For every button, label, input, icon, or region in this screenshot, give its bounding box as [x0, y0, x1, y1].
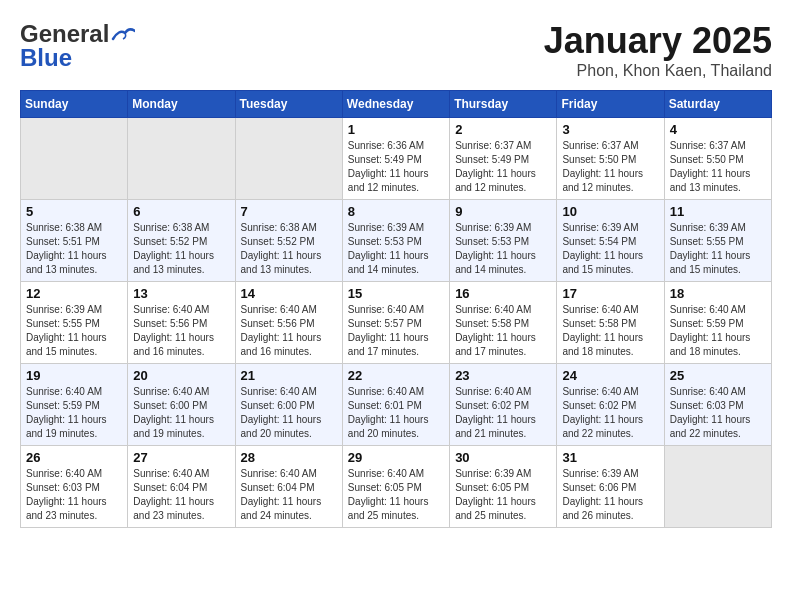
- weekday-header-wednesday: Wednesday: [342, 91, 449, 118]
- calendar-cell: 11Sunrise: 6:39 AM Sunset: 5:55 PM Dayli…: [664, 200, 771, 282]
- calendar-cell: 5Sunrise: 6:38 AM Sunset: 5:51 PM Daylig…: [21, 200, 128, 282]
- title-block: January 2025 Phon, Khon Kaen, Thailand: [544, 20, 772, 80]
- calendar-cell: 19Sunrise: 6:40 AM Sunset: 5:59 PM Dayli…: [21, 364, 128, 446]
- calendar-cell: 7Sunrise: 6:38 AM Sunset: 5:52 PM Daylig…: [235, 200, 342, 282]
- day-info: Sunrise: 6:39 AM Sunset: 5:55 PM Dayligh…: [26, 303, 122, 359]
- calendar-cell: 9Sunrise: 6:39 AM Sunset: 5:53 PM Daylig…: [450, 200, 557, 282]
- calendar-cell: 6Sunrise: 6:38 AM Sunset: 5:52 PM Daylig…: [128, 200, 235, 282]
- calendar-cell: 18Sunrise: 6:40 AM Sunset: 5:59 PM Dayli…: [664, 282, 771, 364]
- calendar-cell: 21Sunrise: 6:40 AM Sunset: 6:00 PM Dayli…: [235, 364, 342, 446]
- day-number: 9: [455, 204, 551, 219]
- day-number: 1: [348, 122, 444, 137]
- day-number: 19: [26, 368, 122, 383]
- day-number: 14: [241, 286, 337, 301]
- calendar-cell: 22Sunrise: 6:40 AM Sunset: 6:01 PM Dayli…: [342, 364, 449, 446]
- day-number: 11: [670, 204, 766, 219]
- day-number: 18: [670, 286, 766, 301]
- week-row-1: 5Sunrise: 6:38 AM Sunset: 5:51 PM Daylig…: [21, 200, 772, 282]
- calendar-cell: 12Sunrise: 6:39 AM Sunset: 5:55 PM Dayli…: [21, 282, 128, 364]
- calendar-cell: 13Sunrise: 6:40 AM Sunset: 5:56 PM Dayli…: [128, 282, 235, 364]
- day-info: Sunrise: 6:40 AM Sunset: 5:56 PM Dayligh…: [241, 303, 337, 359]
- week-row-4: 26Sunrise: 6:40 AM Sunset: 6:03 PM Dayli…: [21, 446, 772, 528]
- day-number: 4: [670, 122, 766, 137]
- day-info: Sunrise: 6:40 AM Sunset: 6:03 PM Dayligh…: [670, 385, 766, 441]
- day-number: 15: [348, 286, 444, 301]
- weekday-header-friday: Friday: [557, 91, 664, 118]
- day-info: Sunrise: 6:40 AM Sunset: 5:58 PM Dayligh…: [562, 303, 658, 359]
- day-info: Sunrise: 6:37 AM Sunset: 5:49 PM Dayligh…: [455, 139, 551, 195]
- weekday-header-saturday: Saturday: [664, 91, 771, 118]
- day-number: 12: [26, 286, 122, 301]
- day-info: Sunrise: 6:39 AM Sunset: 6:05 PM Dayligh…: [455, 467, 551, 523]
- weekday-header-thursday: Thursday: [450, 91, 557, 118]
- week-row-0: 1Sunrise: 6:36 AM Sunset: 5:49 PM Daylig…: [21, 118, 772, 200]
- day-info: Sunrise: 6:39 AM Sunset: 5:55 PM Dayligh…: [670, 221, 766, 277]
- day-number: 10: [562, 204, 658, 219]
- calendar-cell: 14Sunrise: 6:40 AM Sunset: 5:56 PM Dayli…: [235, 282, 342, 364]
- day-info: Sunrise: 6:40 AM Sunset: 6:03 PM Dayligh…: [26, 467, 122, 523]
- calendar-cell: [235, 118, 342, 200]
- day-info: Sunrise: 6:40 AM Sunset: 6:00 PM Dayligh…: [133, 385, 229, 441]
- day-info: Sunrise: 6:40 AM Sunset: 6:01 PM Dayligh…: [348, 385, 444, 441]
- day-number: 25: [670, 368, 766, 383]
- calendar-cell: 28Sunrise: 6:40 AM Sunset: 6:04 PM Dayli…: [235, 446, 342, 528]
- day-info: Sunrise: 6:39 AM Sunset: 5:53 PM Dayligh…: [348, 221, 444, 277]
- day-info: Sunrise: 6:40 AM Sunset: 6:05 PM Dayligh…: [348, 467, 444, 523]
- calendar-cell: 29Sunrise: 6:40 AM Sunset: 6:05 PM Dayli…: [342, 446, 449, 528]
- calendar-cell: 10Sunrise: 6:39 AM Sunset: 5:54 PM Dayli…: [557, 200, 664, 282]
- day-info: Sunrise: 6:40 AM Sunset: 6:04 PM Dayligh…: [241, 467, 337, 523]
- calendar-cell: 26Sunrise: 6:40 AM Sunset: 6:03 PM Dayli…: [21, 446, 128, 528]
- day-number: 17: [562, 286, 658, 301]
- day-info: Sunrise: 6:40 AM Sunset: 6:02 PM Dayligh…: [562, 385, 658, 441]
- day-info: Sunrise: 6:39 AM Sunset: 5:53 PM Dayligh…: [455, 221, 551, 277]
- day-number: 16: [455, 286, 551, 301]
- day-info: Sunrise: 6:40 AM Sunset: 6:04 PM Dayligh…: [133, 467, 229, 523]
- day-info: Sunrise: 6:39 AM Sunset: 5:54 PM Dayligh…: [562, 221, 658, 277]
- week-row-2: 12Sunrise: 6:39 AM Sunset: 5:55 PM Dayli…: [21, 282, 772, 364]
- day-info: Sunrise: 6:37 AM Sunset: 5:50 PM Dayligh…: [670, 139, 766, 195]
- week-row-3: 19Sunrise: 6:40 AM Sunset: 5:59 PM Dayli…: [21, 364, 772, 446]
- day-info: Sunrise: 6:40 AM Sunset: 5:59 PM Dayligh…: [26, 385, 122, 441]
- calendar-cell: 3Sunrise: 6:37 AM Sunset: 5:50 PM Daylig…: [557, 118, 664, 200]
- calendar-cell: 31Sunrise: 6:39 AM Sunset: 6:06 PM Dayli…: [557, 446, 664, 528]
- day-number: 7: [241, 204, 337, 219]
- day-info: Sunrise: 6:40 AM Sunset: 6:00 PM Dayligh…: [241, 385, 337, 441]
- calendar-cell: 27Sunrise: 6:40 AM Sunset: 6:04 PM Dayli…: [128, 446, 235, 528]
- logo-blue: Blue: [20, 44, 72, 72]
- day-number: 26: [26, 450, 122, 465]
- calendar-cell: 20Sunrise: 6:40 AM Sunset: 6:00 PM Dayli…: [128, 364, 235, 446]
- calendar-cell: [21, 118, 128, 200]
- day-info: Sunrise: 6:40 AM Sunset: 5:57 PM Dayligh…: [348, 303, 444, 359]
- calendar-cell: 30Sunrise: 6:39 AM Sunset: 6:05 PM Dayli…: [450, 446, 557, 528]
- calendar-subtitle: Phon, Khon Kaen, Thailand: [544, 62, 772, 80]
- calendar-cell: 24Sunrise: 6:40 AM Sunset: 6:02 PM Dayli…: [557, 364, 664, 446]
- day-info: Sunrise: 6:37 AM Sunset: 5:50 PM Dayligh…: [562, 139, 658, 195]
- calendar-cell: 25Sunrise: 6:40 AM Sunset: 6:03 PM Dayli…: [664, 364, 771, 446]
- weekday-header-row: SundayMondayTuesdayWednesdayThursdayFrid…: [21, 91, 772, 118]
- weekday-header-sunday: Sunday: [21, 91, 128, 118]
- page-header: General Blue January 2025 Phon, Khon Kae…: [20, 20, 772, 80]
- day-number: 23: [455, 368, 551, 383]
- day-number: 31: [562, 450, 658, 465]
- day-info: Sunrise: 6:40 AM Sunset: 5:58 PM Dayligh…: [455, 303, 551, 359]
- calendar-title: January 2025: [544, 20, 772, 62]
- day-info: Sunrise: 6:38 AM Sunset: 5:52 PM Dayligh…: [133, 221, 229, 277]
- logo: General Blue: [20, 20, 135, 72]
- day-info: Sunrise: 6:38 AM Sunset: 5:51 PM Dayligh…: [26, 221, 122, 277]
- day-info: Sunrise: 6:38 AM Sunset: 5:52 PM Dayligh…: [241, 221, 337, 277]
- day-number: 6: [133, 204, 229, 219]
- weekday-header-tuesday: Tuesday: [235, 91, 342, 118]
- day-number: 27: [133, 450, 229, 465]
- day-number: 3: [562, 122, 658, 137]
- day-number: 2: [455, 122, 551, 137]
- day-number: 29: [348, 450, 444, 465]
- calendar-cell: 4Sunrise: 6:37 AM Sunset: 5:50 PM Daylig…: [664, 118, 771, 200]
- logo-bird-icon: [111, 25, 135, 43]
- day-number: 21: [241, 368, 337, 383]
- day-number: 5: [26, 204, 122, 219]
- weekday-header-monday: Monday: [128, 91, 235, 118]
- calendar-cell: 2Sunrise: 6:37 AM Sunset: 5:49 PM Daylig…: [450, 118, 557, 200]
- day-info: Sunrise: 6:36 AM Sunset: 5:49 PM Dayligh…: [348, 139, 444, 195]
- calendar-cell: 16Sunrise: 6:40 AM Sunset: 5:58 PM Dayli…: [450, 282, 557, 364]
- day-number: 22: [348, 368, 444, 383]
